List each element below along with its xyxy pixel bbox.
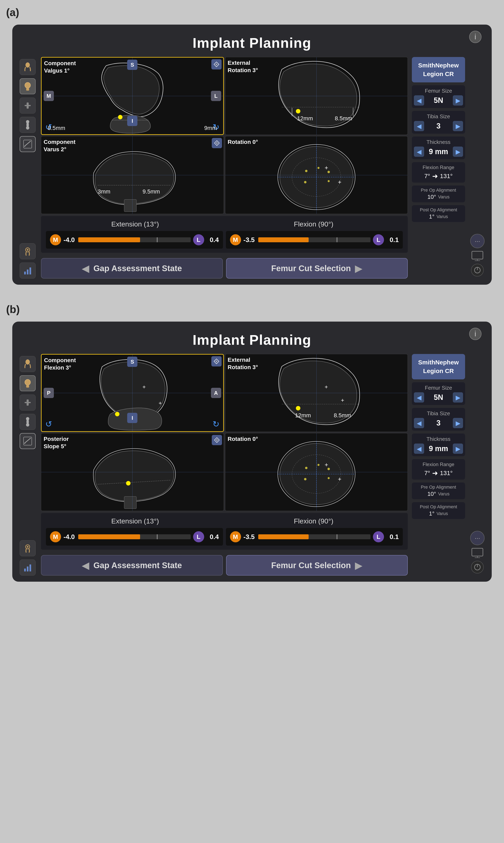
- gap-section-b: Extension (13°) Flexion (90°) M -4.0: [41, 513, 408, 550]
- post-op-section-b: Post Op Alignment 1° Varus: [412, 502, 465, 519]
- power-icon-b[interactable]: [471, 561, 484, 574]
- badge-l-ext-a: L: [193, 234, 204, 245]
- more-btn-a[interactable]: ···: [470, 234, 485, 248]
- edit-icon[interactable]: [20, 136, 36, 152]
- svg-rect-25: [124, 199, 137, 212]
- tibia-size-dec-b[interactable]: ◀: [414, 418, 424, 428]
- view-a-bot-left[interactable]: 3mm 9.5mm ComponentVarus 2°: [41, 136, 224, 214]
- back-arrow-b: ◀: [82, 560, 89, 571]
- view-a-top-left[interactable]: ComponentValgus 1° S M L I ↺ ↻ 8.5mm 9mm: [41, 57, 224, 135]
- panel-b: Implant Planning i: [12, 321, 492, 582]
- thickness-label-a: Thickness: [414, 139, 463, 145]
- view-a-bl-label: ComponentVarus 2°: [43, 138, 76, 153]
- view-b-top-right[interactable]: 12mm 8.5mm + + ExternalRotation 3°: [225, 354, 408, 432]
- thickness-inc-b[interactable]: ▶: [453, 443, 463, 454]
- joint-icon-b[interactable]: [20, 540, 36, 556]
- badge-m-flex-a: M: [230, 234, 241, 245]
- nav-l-a-tl[interactable]: L: [211, 91, 221, 101]
- chart-icon[interactable]: [20, 263, 36, 279]
- joint-icon[interactable]: [20, 243, 36, 259]
- femur-size-inc-b[interactable]: ▶: [453, 392, 463, 403]
- svg-point-85: [304, 478, 306, 480]
- knee-icon[interactable]: [20, 78, 36, 94]
- monitor-icon-b[interactable]: [470, 547, 485, 559]
- thickness-val-b: 9 mm: [425, 444, 452, 453]
- knee-icon-b[interactable]: [20, 375, 36, 391]
- badge-l-ext-b: L: [193, 531, 204, 542]
- view-b-br-label: Rotation 0°: [228, 435, 258, 443]
- view-b-bot-right[interactable]: + + Rotation 0°: [225, 433, 408, 511]
- svg-rect-13: [24, 271, 26, 275]
- flex-range-section-a: Flexion Range 7° ➜ 131°: [412, 162, 465, 182]
- btn-femur-cut-b[interactable]: Femur Cut Selection ▶: [226, 555, 408, 576]
- btn-femur-cut-a[interactable]: Femur Cut Selection ▶: [226, 258, 408, 279]
- tibia-size-dec-a[interactable]: ◀: [414, 121, 424, 131]
- svg-text:3mm: 3mm: [98, 188, 110, 195]
- corner-icon-b-bl[interactable]: [212, 435, 222, 445]
- info-button-a[interactable]: i: [469, 31, 482, 43]
- svg-rect-90: [472, 548, 483, 556]
- view-a-tr-label: ExternalRotation 3°: [228, 59, 258, 74]
- rotate-right-b-tl[interactable]: ↻: [213, 419, 219, 429]
- monitor-icon-a[interactable]: [470, 250, 485, 262]
- svg-rect-2: [26, 88, 29, 91]
- nav-i-b-tl[interactable]: I: [127, 413, 138, 423]
- edit-icon-b[interactable]: [20, 433, 36, 449]
- svg-point-18: [216, 64, 217, 65]
- info-button-b[interactable]: i: [469, 328, 482, 340]
- corner-icon-a-tl[interactable]: [211, 59, 221, 69]
- corner-icon-b-tl[interactable]: [211, 356, 221, 367]
- view-a-top-right[interactable]: 12mm 8.5mm ExternalRotation 3°: [225, 57, 408, 135]
- hip-icon[interactable]: [20, 59, 36, 75]
- corner-icon-a-bl[interactable]: [212, 138, 222, 148]
- view-b-top-left[interactable]: + + ComponentFlexion 3° S P A I ↺ ↻: [41, 354, 224, 432]
- nav-m-a-tl[interactable]: M: [43, 91, 54, 101]
- svg-text:+: +: [338, 476, 341, 482]
- tibia-size-inc-b[interactable]: ▶: [453, 418, 463, 428]
- svg-rect-61: [24, 568, 26, 572]
- flex-range-section-b: Flexion Range 7° ➜ 131°: [412, 459, 465, 480]
- gap-flex-b: M -3.5 L 0.1: [226, 528, 403, 546]
- nav-s-a-tl[interactable]: S: [127, 60, 138, 70]
- view-b-bot-left[interactable]: PosteriorSlope 5°: [41, 433, 224, 511]
- tool-icon[interactable]: [20, 98, 36, 113]
- femur-size-val-a: 5N: [425, 96, 452, 105]
- more-btn-b[interactable]: ···: [470, 531, 485, 545]
- flex-min-a: 7°: [424, 173, 430, 179]
- nav-a-b-tl[interactable]: A: [211, 388, 221, 398]
- femur-size-label-a: Femur Size: [414, 88, 463, 94]
- hip-icon-b[interactable]: [20, 356, 36, 372]
- femur-size-section-a: Femur Size ◀ 5N ▶: [412, 85, 465, 108]
- svg-point-16: [118, 115, 123, 120]
- svg-text:8.5mm: 8.5mm: [335, 115, 352, 122]
- rotate-left-b-tl[interactable]: ↺: [45, 419, 52, 429]
- bone-icon[interactable]: [20, 117, 36, 133]
- svg-text:12mm: 12mm: [297, 115, 313, 122]
- femur-size-dec-a[interactable]: ◀: [414, 95, 424, 106]
- nav-s-b-tl[interactable]: S: [127, 357, 138, 367]
- thickness-inc-a[interactable]: ▶: [453, 146, 463, 157]
- chart-icon-b[interactable]: [20, 560, 36, 576]
- flex-arrow-a: ➜: [432, 172, 438, 180]
- femur-size-dec-b[interactable]: ◀: [414, 392, 424, 403]
- svg-text:8.5mm: 8.5mm: [334, 412, 351, 419]
- view-a-bot-right[interactable]: + + Rotation 0°: [225, 136, 408, 214]
- bone-icon-b[interactable]: [20, 414, 36, 430]
- badge-m-ext-a: M: [50, 234, 61, 245]
- femur-size-inc-a[interactable]: ▶: [453, 95, 463, 106]
- power-icon-a[interactable]: [471, 264, 484, 277]
- post-op-sub-a: Varus: [436, 214, 448, 219]
- btn-right-label-a: Femur Cut Selection: [271, 264, 351, 273]
- thickness-dec-a[interactable]: ◀: [414, 146, 424, 157]
- svg-text:+: +: [338, 179, 341, 186]
- thickness-dec-b[interactable]: ◀: [414, 443, 424, 454]
- meas-a-tl-2: 9mm: [204, 125, 217, 131]
- btn-gap-assessment-a[interactable]: ◀ Gap Assessment State: [41, 258, 223, 279]
- tool-icon-b[interactable]: [20, 394, 36, 410]
- tibia-size-inc-a[interactable]: ▶: [453, 121, 463, 131]
- badge-l-flex-a: L: [373, 234, 384, 245]
- flex-range-label-b: Flexion Range: [414, 461, 463, 467]
- nav-i-a-tl[interactable]: I: [127, 116, 138, 126]
- btn-gap-assessment-b[interactable]: ◀ Gap Assessment State: [41, 555, 223, 576]
- nav-p-b-tl[interactable]: P: [43, 388, 54, 398]
